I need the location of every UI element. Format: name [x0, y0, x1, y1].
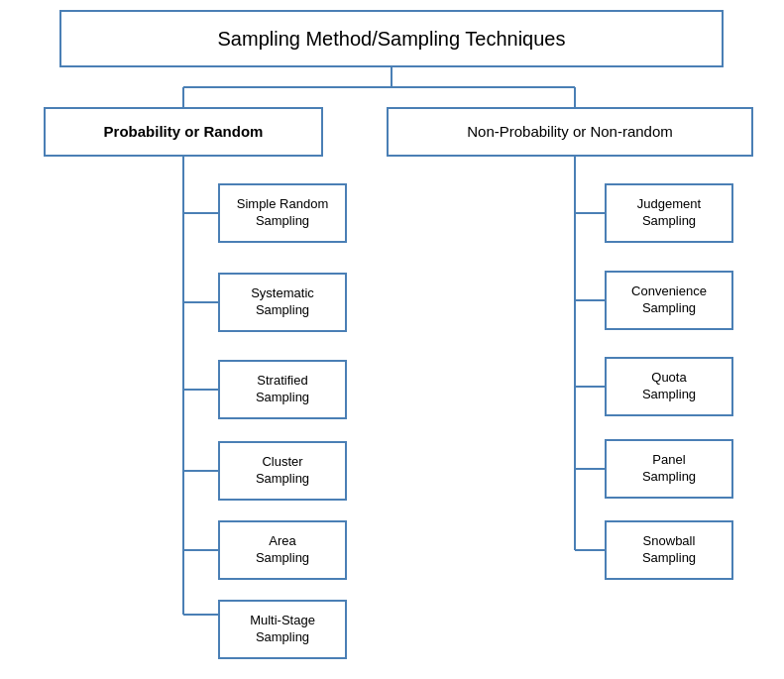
systematic-box: SystematicSampling [218, 273, 347, 332]
probability-box: Probability or Random [44, 107, 323, 157]
simple-random-box: Simple RandomSampling [218, 183, 347, 243]
panel-box: PanelSampling [605, 439, 733, 499]
diagram: Sampling Method/Sampling Techniques Prob… [0, 0, 784, 679]
quota-box: QuotaSampling [605, 357, 733, 416]
snowball-box: SnowballSampling [605, 520, 733, 580]
stratified-box: StratifiedSampling [218, 360, 347, 419]
cluster-box: ClusterSampling [218, 441, 347, 501]
title-box: Sampling Method/Sampling Techniques [59, 10, 724, 67]
non-probability-box: Non-Probability or Non-random [387, 107, 753, 157]
multistage-box: Multi-StageSampling [218, 600, 347, 659]
convenience-box: ConvenienceSampling [605, 271, 733, 330]
judgement-box: JudgementSampling [605, 183, 733, 243]
area-box: AreaSampling [218, 520, 347, 580]
